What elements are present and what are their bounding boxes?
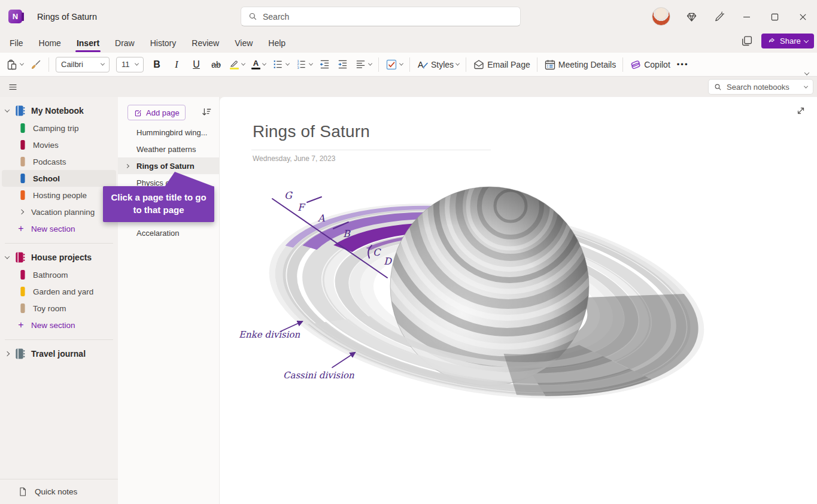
more-options-button[interactable]: •••: [677, 60, 689, 69]
page-title: Hummingbird wing...: [136, 128, 208, 137]
section-label: Hosting people: [33, 191, 87, 200]
page-canvas[interactable]: Rings of Saturn Wednesday, June 7, 2023: [220, 97, 817, 504]
feedback-pen-icon[interactable]: [713, 11, 725, 23]
new-section-button[interactable]: + New section: [0, 220, 118, 237]
hamburger-menu-icon[interactable]: [6, 80, 19, 93]
svg-text:B: B: [343, 228, 351, 239]
sidebar-section-movies[interactable]: Movies: [2, 136, 116, 153]
add-page-label: Add page: [146, 108, 180, 117]
styles-button[interactable]: A Styles: [417, 59, 459, 71]
navigation-row: Search notebooks: [0, 77, 817, 97]
notebook-my-notebook[interactable]: My Notebook: [0, 102, 118, 120]
menu-view[interactable]: View: [233, 36, 254, 50]
add-page-button[interactable]: Add page: [127, 105, 186, 120]
section-tab-icon: [20, 190, 26, 201]
reading-view-icon[interactable]: [740, 35, 754, 48]
sidebar-section-bathroom[interactable]: Bathroom: [2, 266, 116, 283]
font-size-select[interactable]: 11: [116, 57, 144, 72]
svg-text:Enke division: Enke division: [239, 329, 300, 340]
section-tab-icon: [20, 156, 26, 167]
maximize-button[interactable]: [769, 11, 780, 23]
font-color-swatch: [251, 68, 260, 70]
close-button[interactable]: [797, 11, 809, 23]
bold-button[interactable]: B: [150, 59, 163, 70]
section-tab-icon: [20, 139, 26, 150]
tooltip-text: Click a page title to go to that page: [111, 192, 206, 215]
section-tab-icon: [20, 269, 26, 280]
sidebar-section-school[interactable]: School: [2, 170, 116, 187]
page-title-heading[interactable]: Rings of Saturn: [253, 122, 370, 141]
alignment-button[interactable]: [355, 59, 372, 70]
font-color-button[interactable]: A: [251, 59, 266, 70]
search-input[interactable]: Search: [241, 7, 521, 26]
font-name-select[interactable]: Cailbri: [56, 57, 110, 72]
page-row-weather-patterns[interactable]: Weather patterns: [118, 141, 220, 157]
svg-text:Cassini division: Cassini division: [283, 370, 354, 381]
section-label: Bathroom: [33, 271, 68, 280]
menu-home[interactable]: Home: [38, 36, 62, 50]
minimize-button[interactable]: [740, 11, 752, 23]
indent-icon: [337, 59, 348, 70]
format-painter-icon: [30, 59, 42, 71]
paste-button[interactable]: [6, 59, 23, 71]
font-color-glyph: A: [253, 59, 259, 67]
formatting-toolbar: Cailbri 11 B I U ab A 123: [0, 53, 817, 77]
todo-tag-button[interactable]: [385, 59, 403, 71]
pages-panel: Add page Hummingbird wing... Weather pat…: [118, 97, 220, 504]
share-icon: [767, 37, 776, 45]
bullets-button[interactable]: [272, 59, 289, 70]
add-page-icon: [133, 108, 142, 117]
increase-indent-button[interactable]: [337, 59, 348, 70]
new-section-button[interactable]: + New section: [0, 317, 118, 333]
decrease-indent-button[interactable]: [319, 59, 330, 70]
chevron-down-icon: [101, 62, 105, 66]
notebooks-sidebar: My Notebook Camping trip Movies Podcasts…: [0, 97, 118, 504]
expand-page-icon[interactable]: [795, 105, 806, 116]
font-name-value: Cailbri: [61, 60, 83, 69]
notebook-house-projects[interactable]: House projects: [0, 248, 118, 266]
underline-button[interactable]: U: [190, 59, 203, 70]
sidebar-section-camping-trip[interactable]: Camping trip: [2, 120, 116, 136]
quick-notes-button[interactable]: Quick notes: [0, 479, 118, 504]
svg-text:D: D: [384, 256, 393, 267]
menu-file[interactable]: File: [8, 36, 25, 50]
premium-diamond-icon[interactable]: [685, 11, 697, 23]
sort-pages-icon[interactable]: [201, 107, 212, 117]
search-notebooks-placeholder: Search notebooks: [727, 83, 789, 92]
italic-button[interactable]: I: [170, 59, 183, 70]
sidebar-section-podcasts[interactable]: Podcasts: [2, 153, 116, 170]
window-title: Rings of Saturn: [37, 0, 97, 34]
email-page-button[interactable]: Email Page: [473, 59, 530, 71]
notebook-icon: [14, 348, 26, 360]
avatar[interactable]: [652, 7, 670, 26]
chevron-down-icon: [262, 62, 266, 66]
divider: [466, 57, 466, 72]
sidebar-section-hosting-people[interactable]: Hosting people: [2, 187, 116, 204]
chevron-down-icon: [455, 62, 460, 66]
menu-review[interactable]: Review: [190, 36, 220, 50]
share-button[interactable]: Share: [761, 34, 814, 48]
section-tab-icon: [20, 303, 26, 314]
menu-insert[interactable]: Insert: [75, 36, 101, 50]
search-notebooks-input[interactable]: Search notebooks: [708, 79, 813, 95]
highlighter-button[interactable]: [229, 59, 245, 70]
page-row-hummingbird[interactable]: Hummingbird wing...: [118, 124, 220, 141]
meeting-details-button[interactable]: Meeting Details: [544, 59, 616, 71]
format-painter-button[interactable]: [30, 59, 42, 71]
saturn-drawing[interactable]: G F A B C D Enke division Cassini divisi…: [230, 175, 721, 438]
sidebar-section-toy-room[interactable]: Toy room: [2, 300, 116, 317]
page-row-accelaration[interactable]: Accelaration: [118, 224, 220, 241]
numbering-button[interactable]: 123: [296, 59, 312, 70]
chevron-right-icon: [5, 351, 10, 356]
copilot-button[interactable]: Copilot: [630, 59, 670, 71]
sidebar-section-garden-and-yard[interactable]: Garden and yard: [2, 283, 116, 300]
notebook-travel-journal[interactable]: Travel journal: [0, 345, 118, 363]
menu-draw[interactable]: Draw: [114, 36, 136, 50]
menu-history[interactable]: History: [149, 36, 178, 50]
search-placeholder: Search: [263, 12, 289, 22]
new-section-label: New section: [31, 321, 75, 330]
strikethrough-button[interactable]: ab: [209, 60, 223, 69]
menu-help[interactable]: Help: [267, 36, 287, 50]
chevron-down-icon: [399, 62, 403, 66]
sidebar-section-group-vacation-planning[interactable]: Vacation planning: [2, 204, 116, 220]
